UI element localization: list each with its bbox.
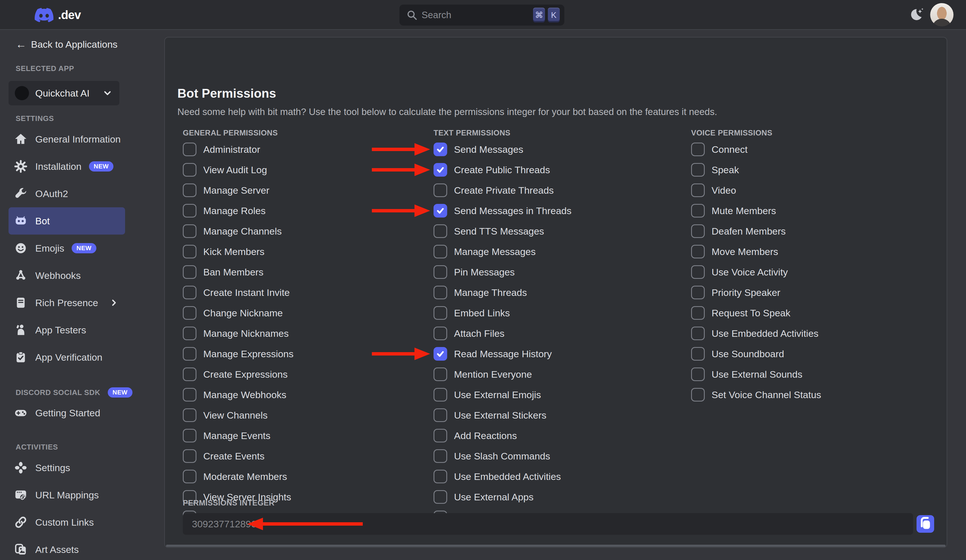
permission-manage-events[interactable]: Manage Events	[183, 426, 347, 446]
permission-use-embedded-activities[interactable]: Use Embedded Activities	[434, 466, 572, 487]
permission-embed-links[interactable]: Embed Links	[434, 303, 572, 323]
permissions-integer-input[interactable]: 309237712896	[183, 513, 913, 535]
sidebar-item-custom-links[interactable]: Custom Links	[8, 509, 125, 536]
back-to-applications-link[interactable]: ← Back to Applications	[0, 34, 134, 54]
permission-checkbox[interactable]	[183, 367, 196, 381]
permission-create-expressions[interactable]: Create Expressions	[183, 364, 347, 385]
permission-mention-everyone[interactable]: Mention Everyone	[434, 364, 572, 385]
copy-button[interactable]	[917, 515, 934, 533]
permission-checkbox[interactable]	[691, 265, 705, 279]
sidebar-item-webhooks[interactable]: Webhooks	[8, 262, 125, 289]
permission-checkbox[interactable]	[183, 470, 196, 483]
sidebar-item-settings[interactable]: Settings	[8, 454, 125, 481]
permission-checkbox[interactable]	[434, 449, 447, 463]
permission-checkbox[interactable]	[434, 327, 447, 340]
permission-manage-threads[interactable]: Manage Threads	[434, 282, 572, 303]
permission-checkbox[interactable]	[183, 388, 196, 401]
permission-checkbox[interactable]	[183, 224, 196, 238]
permission-manage-channels[interactable]: Manage Channels	[183, 221, 347, 241]
permission-use-external-apps[interactable]: Use External Apps	[434, 487, 572, 507]
permission-administrator[interactable]: Administrator	[183, 139, 347, 160]
permission-checkbox[interactable]	[183, 347, 196, 361]
permission-send-tts-messages[interactable]: Send TTS Messages	[434, 221, 572, 241]
permission-checkbox[interactable]	[691, 163, 705, 177]
permission-manage-messages[interactable]: Manage Messages	[434, 241, 572, 262]
permission-checkbox[interactable]	[434, 470, 447, 483]
permission-checkbox[interactable]	[183, 429, 196, 442]
moon-icon[interactable]	[909, 7, 923, 22]
permission-moderate-members[interactable]: Moderate Members	[183, 466, 347, 487]
permission-deafen-members[interactable]: Deafen Members	[691, 221, 821, 241]
permission-checkbox[interactable]	[691, 245, 705, 259]
permission-checkbox[interactable]	[691, 183, 705, 197]
permission-view-channels[interactable]: View Channels	[183, 405, 347, 426]
user-avatar[interactable]	[930, 3, 953, 26]
permission-create-private-threads[interactable]: Create Private Threads	[434, 180, 572, 200]
permission-ban-members[interactable]: Ban Members	[183, 262, 347, 282]
permission-checkbox[interactable]	[434, 367, 447, 381]
permission-manage-roles[interactable]: Manage Roles	[183, 200, 347, 221]
permission-checkbox[interactable]	[434, 224, 447, 238]
permission-video[interactable]: Video	[691, 180, 821, 200]
permission-checkbox[interactable]	[434, 490, 447, 504]
permission-speak[interactable]: Speak	[691, 160, 821, 180]
permission-checkbox[interactable]	[434, 265, 447, 279]
sidebar-item-getting-started[interactable]: Getting Started	[8, 399, 125, 427]
permission-checkbox[interactable]	[434, 142, 447, 156]
permission-checkbox[interactable]	[434, 204, 447, 218]
permission-checkbox[interactable]	[691, 347, 705, 361]
permission-add-reactions[interactable]: Add Reactions	[434, 426, 572, 446]
permission-checkbox[interactable]	[183, 306, 196, 320]
permission-send-messages-in-threads[interactable]: Send Messages in Threads	[434, 200, 572, 221]
permission-checkbox[interactable]	[434, 429, 447, 442]
permission-view-audit-log[interactable]: View Audit Log	[183, 160, 347, 180]
permission-use-slash-commands[interactable]: Use Slash Commands	[434, 446, 572, 466]
permission-request-to-speak[interactable]: Request To Speak	[691, 303, 821, 323]
permission-checkbox[interactable]	[183, 286, 196, 299]
permission-use-external-emojis[interactable]: Use External Emojis	[434, 385, 572, 405]
permission-checkbox[interactable]	[183, 245, 196, 259]
permission-change-nickname[interactable]: Change Nickname	[183, 303, 347, 323]
permission-manage-nicknames[interactable]: Manage Nicknames	[183, 323, 347, 344]
permission-pin-messages[interactable]: Pin Messages	[434, 262, 572, 282]
sidebar-item-art-assets[interactable]: Art Assets	[8, 536, 125, 560]
permission-attach-files[interactable]: Attach Files	[434, 323, 572, 344]
permission-set-voice-channel-status[interactable]: Set Voice Channel Status	[691, 385, 821, 405]
permission-read-message-history[interactable]: Read Message History	[434, 344, 572, 364]
permission-checkbox[interactable]	[434, 408, 447, 422]
permission-checkbox[interactable]	[434, 286, 447, 299]
permission-checkbox[interactable]	[183, 449, 196, 463]
sidebar-item-general-information[interactable]: General Information	[8, 126, 125, 153]
permission-create-events[interactable]: Create Events	[183, 446, 347, 466]
sidebar-item-installation[interactable]: Installation NEW	[8, 153, 125, 180]
permission-use-external-stickers[interactable]: Use External Stickers	[434, 405, 572, 426]
permission-checkbox[interactable]	[434, 347, 447, 361]
sidebar-item-oauth2[interactable]: OAuth2	[8, 180, 125, 207]
permission-checkbox[interactable]	[183, 204, 196, 218]
permission-checkbox[interactable]	[183, 408, 196, 422]
permission-move-members[interactable]: Move Members	[691, 241, 821, 262]
permission-use-embedded-activities[interactable]: Use Embedded Activities	[691, 323, 821, 344]
permission-checkbox[interactable]	[434, 183, 447, 197]
sidebar-item-app-verification[interactable]: App Verification	[8, 344, 125, 371]
permission-checkbox[interactable]	[183, 183, 196, 197]
app-selector-dropdown[interactable]: Quickchat AI	[8, 81, 119, 105]
permission-mute-members[interactable]: Mute Members	[691, 200, 821, 221]
permission-checkbox[interactable]	[434, 245, 447, 259]
discord-dev-logo[interactable]: .dev	[32, 0, 81, 30]
sidebar-item-rich-presence[interactable]: Rich Presence	[8, 289, 125, 316]
sidebar-item-emojis[interactable]: Emojis NEW	[8, 234, 125, 262]
permission-checkbox[interactable]	[691, 306, 705, 320]
permission-use-soundboard[interactable]: Use Soundboard	[691, 344, 821, 364]
sidebar-item-app-testers[interactable]: App Testers	[8, 316, 125, 344]
permission-priority-speaker[interactable]: Priority Speaker	[691, 282, 821, 303]
permission-checkbox[interactable]	[691, 327, 705, 340]
permission-checkbox[interactable]	[183, 163, 196, 177]
permission-checkbox[interactable]	[183, 142, 196, 156]
permission-create-public-threads[interactable]: Create Public Threads	[434, 160, 572, 180]
search-input[interactable]: Search ⌘ K	[399, 5, 564, 26]
permission-manage-expressions[interactable]: Manage Expressions	[183, 344, 347, 364]
permission-checkbox[interactable]	[691, 204, 705, 218]
permission-manage-server[interactable]: Manage Server	[183, 180, 347, 200]
permission-kick-members[interactable]: Kick Members	[183, 241, 347, 262]
